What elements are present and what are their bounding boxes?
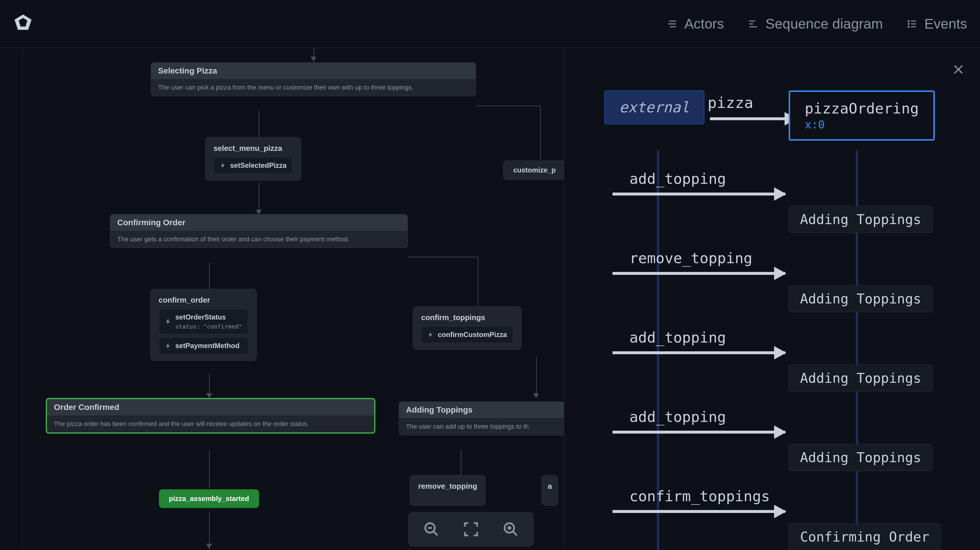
sequence-icon: [747, 18, 759, 30]
edge: [209, 451, 210, 488]
bolt-icon: [165, 342, 172, 349]
state-title: Selecting Pizza: [151, 63, 476, 79]
sequence-top-message: pizza: [708, 94, 753, 112]
transition-confirm-order[interactable]: confirm_order setOrderStatus status: "co…: [150, 289, 257, 361]
svg-line-16: [513, 531, 517, 536]
sequence-arrow: [612, 510, 785, 513]
state-selecting-pizza[interactable]: Selecting Pizza The user can pick a pizz…: [151, 62, 476, 96]
app-logo[interactable]: [13, 13, 33, 35]
edge: [540, 106, 541, 160]
bolt-icon: [220, 162, 227, 169]
edge: [461, 450, 461, 476]
action-detail: status: "confirmed": [175, 323, 242, 330]
statechart-canvas[interactable]: Selecting Pizza The user can pick a pizz…: [0, 48, 564, 550]
main-content: Selecting Pizza The user can pick a pizz…: [0, 48, 980, 550]
sequence-label: Sequence diagram: [765, 16, 883, 32]
sequence-arrow: [612, 193, 785, 196]
actor-pizza-ordering[interactable]: pizzaOrdering x:0: [789, 91, 935, 140]
transition-action: setPaymentMethod: [159, 337, 248, 354]
event-pizza-assembly-started[interactable]: pizza_assembly_started: [159, 489, 259, 508]
zoom-in-button[interactable]: [503, 521, 519, 537]
actors-icon: [666, 18, 678, 30]
actor-external[interactable]: external: [605, 91, 705, 124]
sequence-message: add_topping: [629, 329, 726, 346]
state-title: Order Confirmed: [47, 399, 374, 416]
action-name: setPaymentMethod: [175, 342, 239, 350]
sequence-message: add_topping: [629, 171, 726, 187]
sequence-message: confirm_toppings: [629, 488, 770, 505]
fit-screen-button[interactable]: [463, 521, 479, 537]
transition-action: confirmCustomPizza: [421, 326, 513, 343]
transition-action: setSelectedPizza: [213, 157, 293, 174]
arrowhead-icon: [533, 393, 539, 398]
edge: [476, 106, 540, 106]
svg-point-6: [908, 21, 909, 21]
sequence-arrow: [612, 430, 785, 434]
state-confirming-order[interactable]: Confirming Order The user gets a confirm…: [110, 214, 408, 248]
actor-id: x:0: [805, 118, 919, 131]
transition-label: remove_topping: [418, 482, 477, 491]
events-label: Events: [924, 16, 967, 32]
state-desc: The user can pick a pizza from the menu …: [151, 79, 476, 96]
edge: [259, 182, 259, 214]
sequence-link[interactable]: Sequence diagram: [747, 16, 883, 32]
edge: [408, 257, 478, 257]
sequence-state: Adding Toppings: [789, 285, 932, 312]
svg-point-8: [908, 23, 909, 24]
transition-action: setOrderStatus status: "confirmed": [159, 309, 248, 334]
transition-select-menu-pizza[interactable]: select_menu_pizza setSelectedPizza: [205, 137, 301, 181]
svg-line-13: [433, 531, 438, 536]
transition-add-topping[interactable]: a: [542, 475, 558, 505]
transition-label: confirm_order: [159, 296, 248, 304]
edge: [478, 257, 478, 306]
actor-name: pizzaOrdering: [805, 100, 919, 117]
transition-label: select_menu_pizza: [213, 144, 293, 153]
action-name: setOrderStatus: [175, 313, 226, 321]
arrowhead-icon: [310, 57, 317, 61]
sequence-message: remove_topping: [629, 250, 752, 267]
events-link[interactable]: Events: [906, 16, 967, 32]
state-desc: The user gets a confirmation of their or…: [110, 231, 407, 248]
transition-customize-pizza[interactable]: customize_p: [503, 161, 564, 180]
edge: [209, 263, 210, 289]
action-wrap: setOrderStatus status: "confirmed": [175, 313, 242, 330]
transition-confirm-toppings[interactable]: confirm_toppings confirmCustomPizza: [413, 306, 522, 350]
state-title: Adding Toppings: [399, 402, 564, 418]
state-desc: The user can add up to three toppings to…: [399, 418, 564, 435]
app-header: Actors Sequence diagram Events: [0, 0, 980, 48]
zoom-controls: [408, 512, 534, 547]
arrowhead-icon: [256, 210, 262, 214]
transition-remove-topping[interactable]: remove_topping: [410, 475, 485, 505]
state-order-confirmed[interactable]: Order Confirmed The pizza order has been…: [46, 398, 375, 434]
events-icon: [906, 18, 918, 30]
svg-point-10: [908, 26, 909, 27]
sequence-arrow: [612, 351, 785, 354]
sequence-state: Adding Toppings: [789, 365, 932, 392]
transition-label: a: [548, 482, 552, 491]
edge: [259, 111, 259, 137]
sequence-state: Confirming Order: [789, 523, 940, 550]
actors-link[interactable]: Actors: [666, 16, 724, 32]
zoom-out-button[interactable]: [423, 521, 439, 537]
action-name: setSelectedPizza: [230, 161, 286, 169]
header-nav: Actors Sequence diagram Events: [666, 16, 967, 32]
arrowhead-icon: [206, 544, 212, 548]
sequence-state: Adding Toppings: [789, 206, 932, 233]
sequence-diagram-panel: pizza external pizzaOrdering x:0 add_top…: [564, 48, 980, 550]
state-desc: The pizza order has been confirmed and t…: [47, 416, 374, 432]
bolt-icon: [427, 331, 434, 338]
action-name: confirmCustomPizza: [438, 331, 507, 339]
state-title: Confirming Order: [110, 214, 407, 231]
close-button[interactable]: [953, 64, 964, 75]
state-adding-toppings[interactable]: Adding Toppings The user can add up to t…: [399, 402, 564, 435]
canvas-inner: Selecting Pizza The user can pick a pizz…: [22, 48, 564, 550]
arrowhead-icon: [206, 393, 212, 398]
sequence-state: Adding Toppings: [789, 444, 932, 471]
sequence-message: add_topping: [629, 408, 726, 426]
actors-label: Actors: [684, 16, 724, 32]
transition-label: confirm_toppings: [421, 313, 513, 322]
edge: [536, 357, 537, 398]
sequence-arrow: [612, 272, 785, 275]
bolt-icon: [165, 318, 172, 325]
sequence-top-arrow: [710, 117, 786, 120]
